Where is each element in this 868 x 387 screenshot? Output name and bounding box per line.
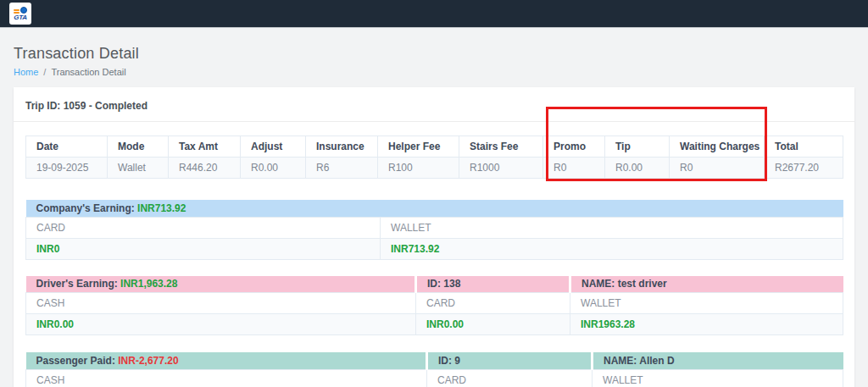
company-earning-section: Company's Earning: INR713.92 CARD WALLET… <box>25 200 843 260</box>
breadcrumb-home-link[interactable]: Home <box>14 67 38 77</box>
col-total: Total <box>765 136 843 158</box>
passenger-wallet-label: WALLET <box>593 369 843 387</box>
col-adjust: Adjust <box>241 136 306 158</box>
cell-date: 19-09-2025 <box>26 158 108 179</box>
driver-cash-label: CASH <box>26 293 416 314</box>
trip-table-data-row: 19-09-2025 Wallet R446.20 R0.00 R6 R100 … <box>26 158 843 179</box>
col-stairs-fee: Stairs Fee <box>459 136 543 158</box>
company-earning-amount: INR713.92 <box>137 202 186 214</box>
cell-total: R2677.20 <box>765 158 843 179</box>
driver-card-value: INR0.00 <box>416 314 570 335</box>
passenger-label-row: CASH CARD WALLET <box>26 369 843 387</box>
globe-icon <box>20 7 27 14</box>
cell-tax-amt: R446.20 <box>169 158 241 179</box>
cell-mode: Wallet <box>108 158 169 179</box>
passenger-card-label: CARD <box>427 369 593 387</box>
col-waiting-charges: Waiting Charges <box>670 136 765 158</box>
trip-id-header: Trip ID: 1059 - Completed <box>14 87 854 122</box>
driver-earning-amount: INR1,963.28 <box>120 278 177 290</box>
breadcrumb-separator: / <box>43 67 46 77</box>
transaction-card: Trip ID: 1059 - Completed Date Mode Tax … <box>14 87 854 387</box>
logo-globe-icon <box>14 6 27 14</box>
company-earning-title: Company's Earning: INR713.92 <box>26 200 843 217</box>
driver-earning-label: Driver's Earning: <box>36 278 118 290</box>
cell-promo: R0 <box>543 158 605 179</box>
logo-text: GTA <box>14 14 27 21</box>
company-card-value: INR0 <box>26 238 381 259</box>
breadcrumb-current: Transaction Detail <box>51 67 125 77</box>
driver-id: ID: 138 <box>416 276 570 293</box>
passenger-paid-title: Passenger Paid: INR-2,677.20 <box>26 352 427 369</box>
driver-wallet-value: INR1963.28 <box>570 314 843 335</box>
trip-table-header-row: Date Mode Tax Amt Adjust Insurance Helpe… <box>26 136 843 158</box>
driver-cash-value: INR0.00 <box>26 314 416 335</box>
cell-helper-fee: R100 <box>378 158 459 179</box>
breadcrumb: Home / Transaction Detail <box>14 67 854 77</box>
brand-logo[interactable]: GTA <box>9 3 31 25</box>
col-tip: Tip <box>605 136 670 158</box>
logo-speedlines-icon <box>14 9 19 11</box>
card-body: Date Mode Tax Amt Adjust Insurance Helpe… <box>14 122 854 387</box>
company-label-row: CARD WALLET <box>26 217 843 238</box>
passenger-paid-label: Passenger Paid: <box>36 355 115 367</box>
company-wallet-label: WALLET <box>381 217 843 238</box>
col-tax-amt: Tax Amt <box>169 136 241 158</box>
company-wallet-value: INR713.92 <box>381 238 843 259</box>
cell-stairs-fee: R1000 <box>459 158 543 179</box>
col-date: Date <box>26 136 108 158</box>
cell-waiting-charges: R0 <box>670 158 765 179</box>
driver-value-row: INR0.00 INR0.00 INR1963.28 <box>26 314 843 335</box>
driver-earning-title: Driver's Earning: INR1,963.28 <box>26 276 416 293</box>
company-earning-label: Company's Earning: <box>36 202 135 214</box>
col-helper-fee: Helper Fee <box>378 136 459 158</box>
passenger-paid-amount: INR-2,677.20 <box>118 355 178 367</box>
cell-insurance: R6 <box>306 158 378 179</box>
passenger-name: NAME: Allen D <box>593 352 843 369</box>
cell-tip: R0.00 <box>605 158 670 179</box>
passenger-paid-bar: Passenger Paid: INR-2,677.20 ID: 9 NAME:… <box>26 352 843 369</box>
passenger-paid-section: Passenger Paid: INR-2,677.20 ID: 9 NAME:… <box>25 352 843 387</box>
company-earning-bar: Company's Earning: INR713.92 <box>26 200 843 217</box>
driver-name: NAME: test driver <box>570 276 843 293</box>
driver-label-row: CASH CARD WALLET <box>26 293 843 314</box>
page-head: Transaction Detail Home / Transaction De… <box>0 28 868 77</box>
company-card-label: CARD <box>26 217 381 238</box>
col-insurance: Insurance <box>306 136 378 158</box>
driver-wallet-label: WALLET <box>570 293 843 314</box>
driver-earning-bar: Driver's Earning: INR1,963.28 ID: 138 NA… <box>26 276 843 293</box>
driver-earning-section: Driver's Earning: INR1,963.28 ID: 138 NA… <box>25 276 843 336</box>
page-title: Transaction Detail <box>14 45 854 63</box>
passenger-id: ID: 9 <box>427 352 593 369</box>
company-value-row: INR0 INR713.92 <box>26 238 843 259</box>
passenger-cash-label: CASH <box>26 369 427 387</box>
cell-adjust: R0.00 <box>241 158 306 179</box>
col-promo: Promo <box>543 136 605 158</box>
trip-table: Date Mode Tax Amt Adjust Insurance Helpe… <box>25 135 843 179</box>
col-mode: Mode <box>108 136 169 158</box>
top-navbar: GTA <box>0 0 868 28</box>
driver-card-label: CARD <box>416 293 570 314</box>
